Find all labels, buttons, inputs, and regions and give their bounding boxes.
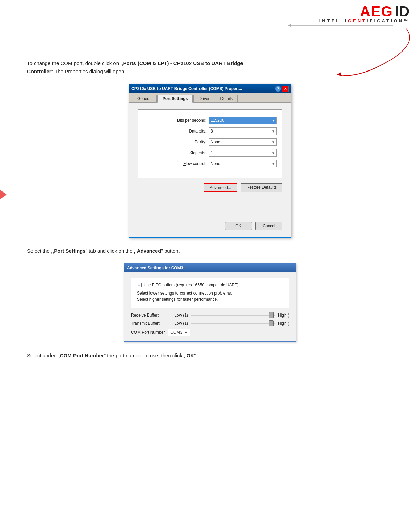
instruction2-paragraph: Select the ,,Port Settings" tab and clic… bbox=[27, 247, 257, 255]
close-button[interactable]: ✕ bbox=[282, 86, 289, 92]
svg-marker-1 bbox=[288, 24, 291, 27]
form-row-stop: Stop bits: 1 ▼ bbox=[143, 149, 277, 157]
logo-area: AEG ID INTELLIGENTIFICATION™ bbox=[319, 3, 410, 23]
cancel-button[interactable]: Cancel bbox=[255, 222, 282, 230]
bottom-paragraph: Select under ,,COM Port Number" the port… bbox=[27, 351, 271, 360]
adv-titlebar: Advanced Settings for COM3 bbox=[124, 264, 296, 272]
help-button[interactable]: ? bbox=[275, 86, 281, 92]
select-data[interactable]: 8 ▼ bbox=[209, 127, 277, 135]
tab-general[interactable]: General bbox=[132, 95, 157, 102]
receive-high-label: High ( bbox=[278, 313, 289, 318]
logo-id: ID bbox=[395, 3, 410, 20]
instr2-mid: " tab and click on the ,, bbox=[86, 248, 137, 254]
bottom-bold1: COM Port Number bbox=[60, 352, 104, 358]
select-flow-value: None bbox=[211, 161, 220, 166]
intro-text-pre: To change the COM port, double click on … bbox=[27, 60, 123, 66]
select-parity-arrow: ▼ bbox=[272, 140, 275, 144]
properties-dialog: CP210x USB to UART Bridge Controller (CO… bbox=[129, 84, 291, 238]
select-stop-value: 1 bbox=[211, 150, 213, 155]
tab-details[interactable]: Details bbox=[215, 95, 238, 102]
transmit-buffer-row: Transmit Buffer: Low (1) High ( bbox=[131, 321, 289, 326]
select-parity[interactable]: None ▼ bbox=[209, 138, 277, 146]
label-flow: Flow control: bbox=[168, 161, 209, 166]
adv-hint1: Select lower settings to correct connect… bbox=[137, 291, 283, 296]
transmit-buffer-label: Transmit Buffer: bbox=[131, 321, 172, 326]
instr2-bold2: Advanced bbox=[137, 248, 161, 254]
logo-aeg: AEG bbox=[360, 3, 393, 20]
select-data-value: 8 bbox=[211, 129, 213, 134]
adv-body: ✓ Use FIFO buffers (requires 16550 compa… bbox=[124, 272, 296, 341]
instr2-bold1: Port Settings bbox=[54, 248, 85, 254]
label-stop: Stop bits: bbox=[168, 150, 209, 155]
fifo-label: Use FIFO buffers (requires 16550 compati… bbox=[144, 283, 238, 287]
comport-value: COM3 bbox=[170, 330, 182, 335]
select-bits-arrow: ▼ bbox=[272, 119, 275, 122]
select-stop-arrow: ▼ bbox=[272, 151, 275, 155]
dialog-footer: OK Cancel bbox=[138, 219, 282, 231]
receive-buffer-row: Receive Buffer: Low (1) High ( bbox=[131, 313, 289, 318]
receive-buffer-label: Receive Buffer: bbox=[131, 313, 172, 318]
receive-low-label: Low (1) bbox=[174, 313, 188, 318]
restore-defaults-button[interactable]: Restore Defaults bbox=[241, 183, 282, 192]
select-flow[interactable]: None ▼ bbox=[209, 160, 277, 167]
dialog-body: Bits per second: 115200 ▼ Data bits: 8 ▼ bbox=[129, 103, 291, 237]
logo-tagline: INTELLIGENTIFICATION™ bbox=[319, 18, 410, 23]
dialog-inner-box: Bits per second: 115200 ▼ Data bits: 8 ▼ bbox=[138, 109, 282, 178]
form-row-flow: Flow control: None ▼ bbox=[143, 160, 277, 167]
transmit-high-label: High ( bbox=[278, 321, 289, 326]
instr2-pre: Select the ,, bbox=[27, 248, 54, 254]
label-bits: Bits per second: bbox=[168, 118, 209, 123]
bottom-mid: " the port number to use, then click ,, bbox=[104, 352, 187, 358]
label-data: Data bits: bbox=[168, 129, 209, 134]
adv-inner-box: ✓ Use FIFO buffers (requires 16550 compa… bbox=[131, 278, 289, 308]
transmit-slider[interactable] bbox=[191, 323, 275, 324]
fifo-checkbox[interactable]: ✓ bbox=[137, 283, 142, 287]
main-content: To change the COM port, double click on … bbox=[27, 59, 393, 360]
dialog-tabs: General Port Settings Driver Details bbox=[129, 93, 291, 103]
select-data-arrow: ▼ bbox=[272, 129, 275, 133]
advanced-dialog-container: Advanced Settings for COM3 ✓ Use FIFO bu… bbox=[27, 263, 393, 342]
advanced-settings-dialog: Advanced Settings for COM3 ✓ Use FIFO bu… bbox=[124, 263, 296, 342]
tab-driver[interactable]: Driver bbox=[193, 95, 214, 102]
select-stop[interactable]: 1 ▼ bbox=[209, 149, 277, 157]
left-arrow-indicator bbox=[0, 190, 7, 199]
select-bits-value: 115200 bbox=[211, 118, 224, 123]
comport-select[interactable]: COM3 ▼ bbox=[168, 329, 190, 336]
label-parity: Parity: bbox=[168, 140, 209, 144]
titlebar-buttons: ? ✕ bbox=[275, 86, 289, 92]
intro-text-post: ".The Properties dialog will open. bbox=[51, 68, 126, 74]
ok-button[interactable]: OK bbox=[225, 222, 252, 230]
dialog-screenshot-container: CP210x USB to UART Bridge Controller (CO… bbox=[27, 84, 393, 238]
receive-slider-thumb[interactable] bbox=[269, 312, 274, 318]
advanced-button[interactable]: Advanced... bbox=[204, 183, 237, 192]
fifo-checkbox-row: ✓ Use FIFO buffers (requires 16550 compa… bbox=[137, 283, 283, 287]
form-row-data: Data bits: 8 ▼ bbox=[143, 127, 277, 135]
receive-slider[interactable] bbox=[191, 315, 275, 316]
select-parity-value: None bbox=[211, 140, 220, 144]
bottom-bold2: OK bbox=[187, 352, 194, 358]
intro-paragraph: To change the COM port, double click on … bbox=[27, 59, 257, 76]
transmit-slider-thumb[interactable] bbox=[269, 320, 274, 326]
tab-port-settings[interactable]: Port Settings bbox=[158, 95, 193, 103]
select-flow-arrow: ▼ bbox=[272, 162, 275, 166]
comport-label: COM Port Number bbox=[131, 330, 165, 335]
form-row-bits: Bits per second: 115200 ▼ bbox=[143, 117, 277, 124]
bottom-pre: Select under ,, bbox=[27, 352, 60, 358]
transmit-low-label: Low (1) bbox=[174, 321, 188, 326]
comport-dropdown-arrow: ▼ bbox=[184, 331, 188, 335]
instr2-post: " button. bbox=[161, 248, 180, 254]
adv-hint2: Select higher settings for faster perfor… bbox=[137, 297, 283, 302]
bottom-end: ". bbox=[194, 352, 197, 358]
adv-title: Advanced Settings for COM3 bbox=[127, 266, 183, 270]
logo-text: AEG ID bbox=[360, 3, 410, 20]
comport-row: COM Port Number COM3 ▼ bbox=[131, 329, 289, 336]
dialog-title: CP210x USB to UART Bridge Controller (CO… bbox=[131, 86, 275, 91]
dialog-titlebar: CP210x USB to UART Bridge Controller (CO… bbox=[129, 84, 291, 93]
select-bits[interactable]: 115200 ▼ bbox=[209, 117, 277, 124]
form-row-parity: Parity: None ▼ bbox=[143, 138, 277, 146]
